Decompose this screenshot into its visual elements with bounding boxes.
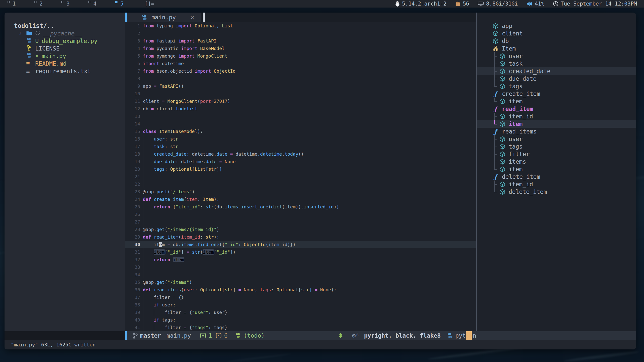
- code-line[interactable]: 9app = FastAPI(): [125, 82, 476, 90]
- code-line[interactable]: 17 task: str: [125, 143, 476, 150]
- code-line[interactable]: 4from pydantic import BaseModel: [125, 45, 476, 52]
- code-line[interactable]: 12db = client.todolist: [125, 105, 476, 113]
- code-line[interactable]: 7from bson.objectid import ObjectId: [125, 67, 476, 75]
- code-line[interactable]: 6import datetime: [125, 60, 476, 67]
- symbol-item_id[interactable]: item_id: [477, 113, 636, 120]
- code-line[interactable]: 11client = MongoClient(port=27017): [125, 98, 476, 105]
- system-status-item: 5.14.2-arch1-2: [395, 1, 447, 7]
- indent-guide: [154, 324, 154, 331]
- workspace-5[interactable]: 5: [114, 0, 141, 8]
- symbol-create_item[interactable]: ƒcreate_item: [477, 90, 636, 98]
- code-token: ]): [230, 249, 236, 255]
- indent-guide: [143, 301, 143, 309]
- code-token: [: [222, 287, 225, 292]
- symbol-item_id[interactable]: item_id: [477, 180, 636, 188]
- code-line[interactable]: 30 item = db.items.find_one({"_id": Obje…: [125, 241, 476, 248]
- code-line[interactable]: 23@app.post("/items"): [125, 188, 476, 196]
- code-line[interactable]: 24def create_item(item: Item):: [125, 196, 476, 203]
- symbol-due_date[interactable]: due_date: [477, 75, 636, 82]
- code-line[interactable]: 36def read_items(user: Optional[str] = N…: [125, 286, 476, 294]
- tree-item-__pycache__[interactable]: ›__pycache__: [5, 30, 125, 37]
- symbol-items[interactable]: items: [477, 158, 636, 165]
- code-line[interactable]: 32 return item: [125, 256, 476, 263]
- code-line[interactable]: 15class Item(BaseModel):: [125, 128, 476, 135]
- tab-close-icon[interactable]: ×: [190, 14, 194, 21]
- symbol-app[interactable]: app: [477, 22, 636, 30]
- symbol-user[interactable]: user: [477, 135, 636, 143]
- symbol-user[interactable]: user: [477, 52, 636, 60]
- code-token: inserted_id: [304, 204, 334, 209]
- workspace-2[interactable]: 2: [33, 0, 60, 8]
- tree-item-debug_example.py[interactable]: Udebug_example.py: [5, 37, 125, 45]
- code-line[interactable]: 14: [125, 120, 476, 128]
- code-line[interactable]: 18 created_date: datetime.date = datetim…: [125, 150, 476, 158]
- symbol-db[interactable]: db: [477, 37, 636, 45]
- code-line[interactable]: 10: [125, 90, 476, 98]
- symbol-read_item[interactable]: ƒread_item: [477, 105, 636, 113]
- indent-guide: [143, 309, 143, 316]
- code-line[interactable]: 27: [125, 218, 476, 226]
- symbol-Item[interactable]: Item: [477, 45, 636, 52]
- code-line[interactable]: 3from fastapi import FastAPI: [125, 37, 476, 45]
- code-line[interactable]: 5from pymongo import MongoClient: [125, 52, 476, 60]
- symbol-client[interactable]: client: [477, 30, 636, 37]
- code-line[interactable]: 39 filter = {"user": user}: [125, 309, 476, 316]
- code-line[interactable]: 35@app.get("/items"): [125, 279, 476, 286]
- code-token: (: [181, 287, 184, 292]
- tree-item-README.md[interactable]: ≡README.md: [5, 60, 125, 67]
- code-line[interactable]: 13: [125, 113, 476, 120]
- code-text: class Item(BaseModel):: [143, 129, 203, 134]
- code-line[interactable]: 22: [125, 180, 476, 188]
- code-line[interactable]: 25 return {"item_id": str(db.items.inser…: [125, 203, 476, 211]
- symbol-item[interactable]: item: [477, 98, 636, 105]
- code-line[interactable]: 20 tags: Optional[List[str]]: [125, 165, 476, 173]
- code-line[interactable]: 19 due_date: datetime.date = None: [125, 158, 476, 165]
- code-line[interactable]: 34: [125, 271, 476, 279]
- tree-item-LICENSE[interactable]: LICENSE: [5, 45, 125, 52]
- symbol-task[interactable]: task: [477, 60, 636, 67]
- symbol-created_date[interactable]: created_date: [477, 67, 636, 75]
- code-line[interactable]: 41 filter = {"tags": tags}: [125, 324, 476, 331]
- code-line[interactable]: 37 filter = {}: [125, 294, 476, 301]
- code-token: today: [285, 151, 298, 157]
- symbol-delete_item[interactable]: ƒdelete_item: [477, 173, 636, 180]
- tree-item-main.py[interactable]: •main.py: [5, 52, 125, 60]
- tree-root-title: todolist/..: [5, 22, 125, 30]
- line-number: 17: [125, 143, 140, 150]
- code-line[interactable]: 29def read_item(item_id: str):: [125, 233, 476, 241]
- code-line[interactable]: 2: [125, 30, 476, 37]
- symbol-delete_item[interactable]: delete_item: [477, 188, 636, 196]
- code-token: due_date: [154, 159, 176, 164]
- code-token: .: [195, 242, 197, 247]
- code-token: it: [143, 242, 159, 247]
- code-line[interactable]: 16 user: str: [125, 135, 476, 143]
- code-line[interactable]: 40 if tags:: [125, 316, 476, 324]
- workspace-1[interactable]: 1: [7, 0, 33, 8]
- tab-main-py[interactable]: main.py ×: [127, 13, 201, 22]
- symbol-tags[interactable]: tags: [477, 82, 636, 90]
- symbol-tags[interactable]: tags: [477, 143, 636, 150]
- code-line[interactable]: 31 item["_id"] = str(item["_id"]): [125, 248, 476, 256]
- tree-item-requirements.txt[interactable]: ≡requirements.txt: [5, 67, 125, 75]
- symbol-item[interactable]: item: [477, 120, 636, 128]
- code-line[interactable]: 38 if user:: [125, 301, 476, 309]
- workspace-3[interactable]: 3: [60, 0, 87, 8]
- symbol-read_items[interactable]: ƒread_items: [477, 128, 636, 135]
- code-line[interactable]: 8: [125, 75, 476, 82]
- code-line[interactable]: 1from typing import Optional, List: [125, 22, 476, 30]
- symbol-filter[interactable]: filter: [477, 150, 636, 158]
- code-token: return: [154, 257, 173, 262]
- code-line[interactable]: 26: [125, 211, 476, 218]
- code-line[interactable]: 21: [125, 173, 476, 180]
- workspace-4[interactable]: 4: [87, 0, 114, 8]
- code-buffer[interactable]: 1from typing import Optional, List23from…: [125, 22, 476, 331]
- code-text: return item: [143, 257, 184, 262]
- code-token: if: [154, 317, 162, 323]
- line-number: 21: [125, 173, 140, 180]
- code-line[interactable]: 28@app.get("/items/{item_id}"): [125, 226, 476, 233]
- cmdline-message: "main.py" 63L, 1625C written: [11, 342, 96, 348]
- workspace-switcher: 12345: [7, 0, 141, 8]
- line-number: 37: [125, 294, 140, 301]
- code-line[interactable]: 33: [125, 263, 476, 271]
- symbol-item[interactable]: item: [477, 165, 636, 173]
